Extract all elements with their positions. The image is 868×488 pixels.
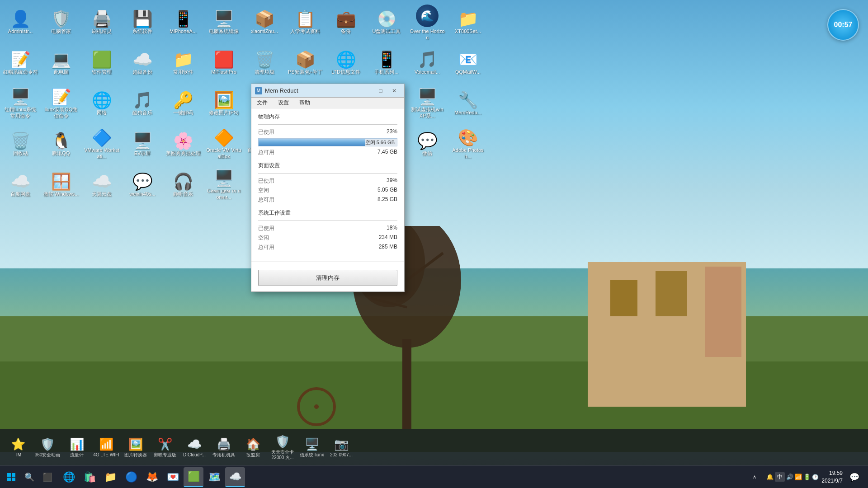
ime-indicator[interactable]: 中 xyxy=(775,472,785,482)
clock-time: 00:57 xyxy=(834,21,853,29)
icon-vmware[interactable]: 🔷 VMware Workstati... xyxy=(81,124,122,165)
notification-icon[interactable]: 🔔 xyxy=(766,474,774,480)
minimize-button[interactable]: — xyxy=(361,86,373,96)
icon-befen[interactable]: 💼 备份 xyxy=(326,2,366,43)
tm-icon: ⭐ xyxy=(11,437,25,451)
bottom-app-4glte[interactable]: 📶 4G LTE WIFI xyxy=(93,433,120,462)
action-center-button[interactable]: 💬 xyxy=(846,469,863,485)
icon-qqmailw[interactable]: 📧 QQMailW... xyxy=(448,43,488,84)
system-used-label: 已使用 xyxy=(258,225,274,232)
icon-softguanli[interactable]: 🟩 软件管理 xyxy=(81,43,122,84)
icon-jingtingbot[interactable]: 🎧 静听音乐 xyxy=(163,165,203,206)
bottom-app-gaijian[interactable]: 🏠 改监房 xyxy=(240,433,267,462)
icon-weitui[interactable]: 🪟 微软 Windows... xyxy=(41,165,81,206)
icon-weixin40[interactable]: 💬 weixin40s... xyxy=(122,165,163,206)
icon-shuanji[interactable]: 🖨️ 刷机精灵 xyxy=(81,2,122,43)
icon-voicemail[interactable]: 🎵 Voicemail... xyxy=(407,43,448,84)
icon-miflash[interactable]: 🟥 MiFlashPro xyxy=(203,43,244,84)
icon-thispc[interactable]: 💻 此电脑 xyxy=(41,43,81,84)
page-used-value: 39% xyxy=(387,177,397,185)
show-hidden-icons-button[interactable]: ∧ xyxy=(746,469,763,485)
icon-tencent[interactable]: 🐧 腾讯QQ xyxy=(41,124,81,165)
taskbar-app-edge[interactable]: 🌐 xyxy=(59,467,79,487)
icon-yijian[interactable]: 🔑 一键解码 xyxy=(163,84,203,124)
bottom-app-tm[interactable]: ⭐ TM xyxy=(5,433,32,462)
icon-meituxx[interactable]: 🌸 美图秀秀批处理 xyxy=(163,124,203,165)
icon-qingli[interactable]: 🗑️ 清理垃圾 xyxy=(244,43,285,84)
clock-widget[interactable]: 00:57 xyxy=(827,9,859,41)
bottom-app-360[interactable]: 🛡️ 360安全动画 xyxy=(34,433,61,462)
icon-chaoji[interactable]: ☁️ 超级备份 xyxy=(122,43,163,84)
bottom-app-imgconv[interactable]: 🖼️ 图片转换器 xyxy=(122,433,149,462)
icon-tianyun[interactable]: ☁️ 天翼云盘 xyxy=(81,165,122,206)
taskbar-app-lv[interactable]: 🟩 xyxy=(184,467,203,487)
icon-linuxqq[interactable]: 📝 liunx安装QQ微信命令 xyxy=(41,84,81,124)
menu-settings[interactable]: 设置 xyxy=(276,98,291,108)
icon-changyong[interactable]: 📁 常用软件 xyxy=(163,43,203,84)
taskview-button[interactable]: ⬛ xyxy=(39,469,56,485)
icon-hongmao[interactable]: 📝 红帽系统命令符 xyxy=(0,43,41,84)
icon-baidu2[interactable]: ☁️ 百度网盘 xyxy=(0,165,41,206)
icon-kugou[interactable]: 🎵 酷狗音乐 xyxy=(122,84,163,124)
icon-miphone[interactable]: 📱 MiPhoneA... xyxy=(163,2,203,43)
icon-huishou[interactable]: 🗑️ 回收站 xyxy=(0,124,41,165)
icon-simp[interactable]: 🖥️ Симп дим тл попни... xyxy=(203,165,244,206)
clean-memory-button[interactable]: 清理内存 xyxy=(258,270,397,286)
taskbar-datetime[interactable]: 19:59 2021/9/7 xyxy=(821,469,843,485)
taskbar-app-cortana[interactable]: 🔵 xyxy=(121,467,141,487)
icon-diannaoguan[interactable]: 🛡️ 电脑管家 xyxy=(41,2,81,43)
speaker-icon[interactable]: 🔊 xyxy=(786,474,793,480)
icon-ps[interactable]: 📦 PS安装包+补丁 xyxy=(285,43,326,84)
window-titlebar[interactable]: M Mem Reduct — □ ✕ xyxy=(251,84,404,98)
icon-ceshixun[interactable]: 🖥️ 测试虚拟机win XP系... xyxy=(407,84,448,124)
taskbar-app-cloud[interactable]: ☁️ xyxy=(225,467,245,487)
desktop-icons-area: 👤 Administr... 🛡️ 电脑管家 🖨️ 刷机精灵 💾 系统软件 📱 … xyxy=(0,2,497,206)
search-button[interactable]: 🔍 xyxy=(21,469,38,485)
menu-help[interactable]: 帮助 xyxy=(297,98,312,108)
icon-xitong[interactable]: 💾 系统软件 xyxy=(122,2,163,43)
menu-file[interactable]: 文件 xyxy=(255,98,269,108)
icon-lnginfo[interactable]: 🌐 LTD信息文件 xyxy=(326,43,366,84)
bottom-app-liulianq[interactable]: 📊 流量计 xyxy=(63,433,90,462)
icon-admin[interactable]: 👤 Administr... xyxy=(0,2,41,43)
physical-progress-fill xyxy=(259,139,365,146)
bottom-app-photo[interactable]: 📷 202 0907... xyxy=(328,433,355,462)
icon-memredu[interactable]: 🔧 MemRedu... xyxy=(448,84,488,124)
bottom-app-jianying[interactable]: ✂️ 剪映专业版 xyxy=(151,433,179,462)
bottom-app-zhuanyong[interactable]: 🖨️ 专用机机具 xyxy=(210,433,237,462)
network-icon[interactable]: 📶 xyxy=(795,474,802,480)
icon-overthehorizon[interactable]: 🌊 Over the Horizon xyxy=(407,2,448,43)
window-menubar: 文件 设置 帮助 xyxy=(251,98,404,108)
icon-evlupying[interactable]: 🖥️ EV录屏 xyxy=(122,124,163,165)
taskbar-app-store[interactable]: 🛍️ xyxy=(80,467,99,487)
close-button[interactable]: ✕ xyxy=(388,86,401,96)
taskbar-date-text: 2021/9/7 xyxy=(821,477,843,485)
svg-rect-5 xyxy=(656,271,687,316)
icon-adobe[interactable]: 🎨 Adobe Photosh... xyxy=(448,124,488,165)
physical-used-value: 23% xyxy=(387,128,397,136)
icon-wangluo[interactable]: 🌐 网络 xyxy=(81,84,122,124)
battery-icon[interactable]: 🔋 xyxy=(803,474,811,480)
bottom-app-tianquan[interactable]: 🛡️ 天天安全卡 22000 火... xyxy=(269,433,296,462)
icon-oracle[interactable]: 🔶 Oracle VM VirtualBox xyxy=(203,124,244,165)
desktop: 👤 Administr... 🛡️ 电脑管家 🖨️ 刷机精灵 💾 系统软件 📱 … xyxy=(0,0,868,488)
icon-pcjingxiang[interactable]: 🖥️ 电脑系统镜像 xyxy=(203,2,244,43)
icon-xiaomizhu[interactable]: 📦 xiaomiZhu... xyxy=(244,2,285,43)
taskbar-app-qqbrowser[interactable]: 🦊 xyxy=(142,467,162,487)
taskbar-app-map[interactable]: 🗺️ xyxy=(204,467,224,487)
icon-honglinux[interactable]: 🖥️ 红帽Linux系统常用命令 xyxy=(0,84,41,124)
taskbar-app-explorer[interactable]: 📁 xyxy=(100,467,120,487)
taskbar: 🔍 ⬛ 🌐 🛍️ 📁 🔵 🦊 💌 🟩 🗺️ ☁️ ∧ 🔔 中 xyxy=(0,465,868,488)
bottom-app-xitongxi[interactable]: 🖥️ 信系统 liunx xyxy=(298,433,326,462)
icon-ruxuekao[interactable]: 📋 入学考试资料 xyxy=(285,2,326,43)
icon-admin-image: 👤 xyxy=(10,11,31,27)
maximize-button[interactable]: □ xyxy=(374,86,387,96)
icon-xiugai[interactable]: 🖼️ 修改照片(PS) xyxy=(203,84,244,124)
icon-udisk[interactable]: 💿 U盘测试工具 xyxy=(366,2,407,43)
taskbar-app-mail[interactable]: 💌 xyxy=(163,467,183,487)
icon-weixin[interactable]: 💬 微信 xyxy=(407,124,448,165)
icon-shouji[interactable]: 📱 手机系列... xyxy=(366,43,407,84)
start-button[interactable] xyxy=(2,468,20,486)
icon-xt800[interactable]: 📁 XT800Set... xyxy=(448,2,488,43)
bottom-app-dicloud[interactable]: ☁️ DICloudP... xyxy=(181,433,208,462)
